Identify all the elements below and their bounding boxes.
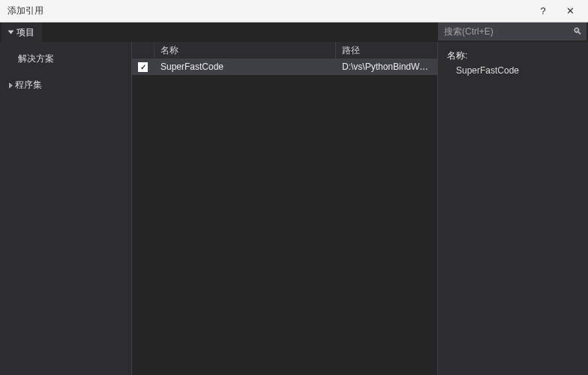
search-input[interactable]: 搜索(Ctrl+E) 🔍︎ [438, 22, 586, 40]
search-placeholder: 搜索(Ctrl+E) [444, 26, 573, 38]
search-icon: 🔍︎ [573, 26, 582, 37]
sidebar: 解决方案 程序集 [0, 42, 131, 375]
checkbox-icon[interactable]: ✓ [138, 62, 148, 72]
table-row[interactable]: ✓ SuperFastCode D:\vs\PythonBindWa... [132, 58, 437, 75]
chevron-down-icon [8, 31, 14, 34]
table-header: 名称 路径 [132, 42, 437, 58]
row-path-cell: D:\vs\PythonBindWa... [336, 62, 437, 72]
window-title: 添加引用 [8, 4, 530, 17]
sidebar-item-assemblies[interactable]: 程序集 [0, 76, 131, 94]
column-name[interactable]: 名称 [154, 42, 336, 58]
titlebar: 添加引用 ? ✕ [0, 0, 588, 22]
detail-value: SuperFastCode [447, 65, 579, 76]
reference-table: 名称 路径 ✓ SuperFastCode D:\vs\PythonBindWa… [131, 42, 438, 375]
row-name-cell: SuperFastCode [154, 62, 336, 72]
help-button[interactable]: ? [530, 1, 556, 22]
tab-label: 项目 [16, 26, 34, 39]
close-button[interactable]: ✕ [556, 1, 584, 22]
column-path[interactable]: 路径 [336, 42, 437, 58]
sidebar-item-solution[interactable]: 解决方案 [0, 50, 131, 68]
tab-projects[interactable]: 项目 [2, 22, 42, 42]
detail-label: 名称: [447, 50, 579, 62]
detail-panel: 名称: SuperFastCode [438, 42, 588, 375]
column-check[interactable] [132, 42, 154, 58]
chevron-right-icon [9, 82, 13, 88]
row-check-cell[interactable]: ✓ [132, 62, 154, 72]
